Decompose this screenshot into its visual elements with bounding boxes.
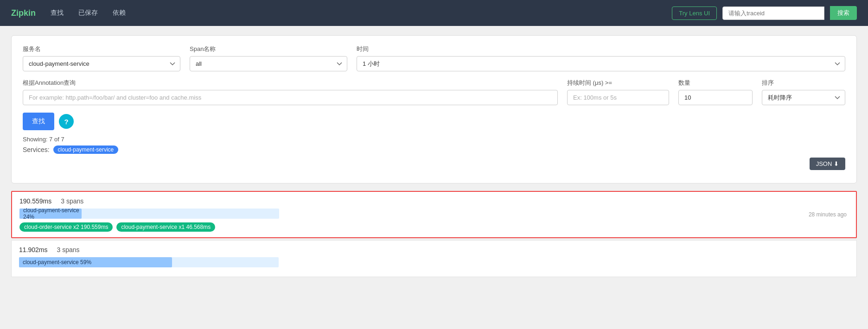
service-select[interactable]: cloud-payment-service xyxy=(23,56,180,71)
service-badge[interactable]: cloud-payment-service xyxy=(53,146,119,154)
service-group: 服务名 cloud-payment-service xyxy=(23,45,180,71)
main-content: 服务名 cloud-payment-service Span名称 all 时间 … xyxy=(0,26,868,288)
trace-tag[interactable]: cloud-order-service x2 190.559ms xyxy=(19,222,113,232)
trace-left: 11.902ms 3 spans cloud-payment-service 5… xyxy=(12,240,782,277)
brand-logo: Zipkin xyxy=(11,8,36,18)
header-search-button[interactable]: 搜索 xyxy=(830,6,857,20)
services-label: Services: xyxy=(23,146,50,153)
help-button[interactable]: ? xyxy=(59,114,74,129)
trace-bar-fill: cloud-payment-service 59% xyxy=(19,257,172,267)
trace-item[interactable]: 190.559ms 3 spans cloud-payment-service … xyxy=(11,191,857,238)
try-lens-button[interactable]: Try Lens UI xyxy=(672,6,717,20)
annotation-input[interactable] xyxy=(23,90,558,105)
time-label: 时间 xyxy=(357,45,845,53)
trace-spans: 3 spans xyxy=(61,197,83,205)
duration-input[interactable] xyxy=(567,90,669,105)
nav-saved[interactable]: 已保存 xyxy=(78,9,98,17)
search-panel: 服务名 cloud-payment-service Span名称 all 时间 … xyxy=(11,35,857,183)
sort-group: 排序 耗时降序 xyxy=(762,79,845,105)
traceid-input[interactable] xyxy=(722,6,824,20)
sort-label: 排序 xyxy=(762,79,845,87)
trace-spans: 3 spans xyxy=(57,246,79,253)
nav-search[interactable]: 查找 xyxy=(51,9,64,17)
duration-label: 持续时间 (μs) >= xyxy=(567,79,669,87)
form-row-2: 根据Annotation查询 持续时间 (μs) >= 数量 排序 耗时降序 xyxy=(23,79,845,105)
trace-left: 190.559ms 3 spans cloud-payment-service … xyxy=(12,192,782,237)
results-header: JSON ⬇ xyxy=(23,158,845,170)
trace-duration: 11.902ms xyxy=(19,246,47,253)
action-row: 查找 ? xyxy=(23,113,845,130)
json-button[interactable]: JSON ⬇ xyxy=(810,158,845,170)
trace-bar-bg: cloud-payment-service 24% xyxy=(19,209,279,219)
trace-bar-bg: cloud-payment-service 59% xyxy=(19,257,279,267)
header-left: Zipkin 查找 已保存 依赖 xyxy=(11,8,126,18)
trace-duration: 190.559ms xyxy=(19,197,51,205)
service-label: 服务名 xyxy=(23,45,180,53)
trace-bar-fill: cloud-payment-service 24% xyxy=(19,209,82,219)
trace-bar-container: cloud-payment-service 59% xyxy=(19,257,775,267)
trace-bar-label: cloud-payment-service 24% xyxy=(23,207,82,220)
header-right: Try Lens UI 搜索 xyxy=(672,6,857,20)
trace-top-row: 11.902ms 3 spans xyxy=(19,246,775,253)
trace-top-row: 190.559ms 3 spans xyxy=(19,197,774,205)
showing-text: Showing: 7 of 7 xyxy=(23,136,845,143)
trace-right xyxy=(782,240,856,277)
find-button[interactable]: 查找 xyxy=(23,113,54,130)
sort-select[interactable]: 耗时降序 xyxy=(762,90,845,105)
count-group: 数量 xyxy=(678,79,753,105)
trace-tags: cloud-order-service x2 190.559ms cloud-p… xyxy=(19,222,774,232)
trace-tag[interactable]: cloud-payment-service x1 46.568ms xyxy=(116,222,215,232)
time-group: 时间 1 小时 xyxy=(357,45,845,71)
trace-bar-label: cloud-payment-service 59% xyxy=(23,259,91,266)
duration-group: 持续时间 (μs) >= xyxy=(567,79,669,105)
trace-item[interactable]: 11.902ms 3 spans cloud-payment-service 5… xyxy=(11,240,857,277)
time-select[interactable]: 1 小时 xyxy=(357,56,845,71)
count-label: 数量 xyxy=(678,79,753,87)
trace-bar-container: cloud-payment-service 24% xyxy=(19,209,774,219)
trace-list: 190.559ms 3 spans cloud-payment-service … xyxy=(11,191,857,279)
nav-dependencies[interactable]: 依赖 xyxy=(113,9,126,17)
span-select[interactable]: all xyxy=(190,56,347,71)
header: Zipkin 查找 已保存 依赖 Try Lens UI 搜索 xyxy=(0,0,868,26)
span-group: Span名称 all xyxy=(190,45,347,71)
trace-time-ago: 28 minutes ago xyxy=(809,211,847,218)
span-label: Span名称 xyxy=(190,45,347,53)
form-row-1: 服务名 cloud-payment-service Span名称 all 时间 … xyxy=(23,45,845,71)
count-input[interactable] xyxy=(678,90,753,105)
annotation-group: 根据Annotation查询 xyxy=(23,79,558,105)
results-info-row: Services: cloud-payment-service xyxy=(23,146,845,154)
trace-right: 28 minutes ago xyxy=(782,192,856,237)
annotation-label: 根据Annotation查询 xyxy=(23,79,558,87)
